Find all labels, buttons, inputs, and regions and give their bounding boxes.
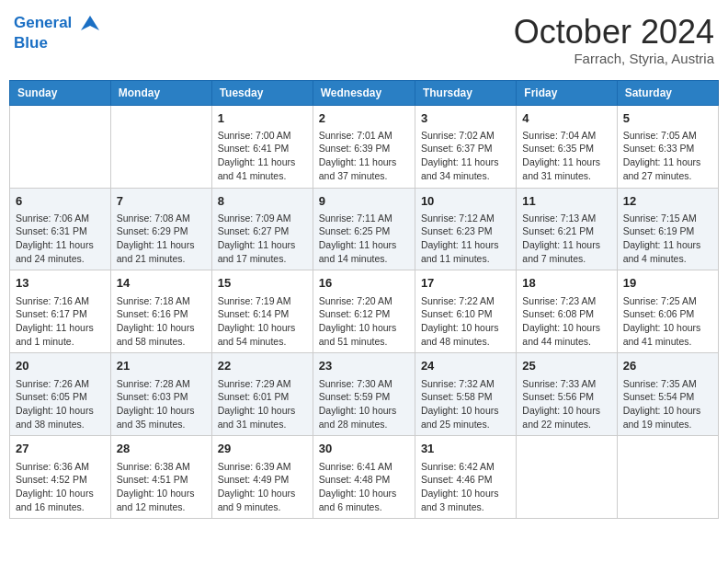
day-number: 30 [319, 441, 409, 457]
calendar-cell: 17Sunrise: 7:22 AMSunset: 6:10 PMDayligh… [415, 270, 516, 353]
day-number: 15 [218, 275, 307, 292]
calendar-cell: 3Sunrise: 7:02 AMSunset: 6:37 PMDaylight… [415, 105, 516, 188]
svg-marker-0 [81, 16, 99, 30]
day-number: 20 [16, 358, 105, 374]
day-number: 25 [522, 358, 610, 374]
calendar-cell: 10Sunrise: 7:12 AMSunset: 6:23 PMDayligh… [415, 188, 516, 270]
calendar-cell [10, 105, 111, 188]
calendar-week-row: 1Sunrise: 7:00 AMSunset: 6:41 PMDaylight… [10, 105, 719, 188]
day-number: 5 [623, 110, 712, 127]
calendar-cell: 5Sunrise: 7:05 AMSunset: 6:33 PMDaylight… [617, 105, 718, 188]
day-number: 16 [319, 275, 409, 292]
calendar-cell: 7Sunrise: 7:08 AMSunset: 6:29 PMDaylight… [110, 188, 211, 270]
header-friday: Friday [517, 80, 617, 105]
calendar-week-row: 20Sunrise: 7:26 AMSunset: 6:05 PMDayligh… [10, 353, 719, 436]
calendar-cell: 4Sunrise: 7:04 AMSunset: 6:35 PMDaylight… [517, 105, 617, 188]
calendar-header-row: SundayMondayTuesdayWednesdayThursdayFrid… [10, 80, 719, 105]
calendar-cell: 29Sunrise: 6:39 AMSunset: 4:49 PMDayligh… [211, 436, 313, 519]
location-title: Farrach, Styria, Austria [514, 51, 714, 66]
calendar-cell: 25Sunrise: 7:33 AMSunset: 5:56 PMDayligh… [517, 353, 617, 436]
day-number: 4 [522, 110, 610, 127]
calendar-cell: 15Sunrise: 7:19 AMSunset: 6:14 PMDayligh… [211, 270, 313, 353]
cell-sun-info: Sunrise: 7:28 AMSunset: 6:03 PMDaylight:… [117, 377, 206, 431]
cell-sun-info: Sunrise: 7:22 AMSunset: 6:10 PMDaylight:… [421, 294, 510, 349]
cell-sun-info: Sunrise: 7:23 AMSunset: 6:08 PMDaylight:… [522, 294, 610, 349]
cell-sun-info: Sunrise: 7:09 AMSunset: 6:27 PMDaylight:… [218, 212, 307, 266]
calendar-cell: 11Sunrise: 7:13 AMSunset: 6:21 PMDayligh… [517, 188, 617, 270]
calendar-cell: 19Sunrise: 7:25 AMSunset: 6:06 PMDayligh… [617, 270, 718, 353]
cell-sun-info: Sunrise: 7:26 AMSunset: 6:05 PMDaylight:… [16, 377, 105, 431]
calendar-cell: 27Sunrise: 6:36 AMSunset: 4:52 PMDayligh… [10, 436, 111, 519]
day-number: 2 [319, 110, 409, 127]
calendar-cell [517, 436, 617, 519]
day-number: 29 [218, 441, 307, 457]
cell-sun-info: Sunrise: 7:32 AMSunset: 5:58 PMDaylight:… [421, 377, 510, 431]
calendar-cell: 14Sunrise: 7:18 AMSunset: 6:16 PMDayligh… [110, 270, 211, 353]
day-number: 12 [623, 193, 712, 210]
cell-sun-info: Sunrise: 7:20 AMSunset: 6:12 PMDaylight:… [319, 294, 409, 349]
calendar-cell [617, 436, 718, 519]
cell-sun-info: Sunrise: 7:05 AMSunset: 6:33 PMDaylight:… [623, 129, 712, 183]
calendar-cell: 24Sunrise: 7:32 AMSunset: 5:58 PMDayligh… [415, 353, 516, 436]
day-number: 8 [218, 193, 307, 210]
logo-text: General [14, 14, 104, 34]
calendar-cell: 26Sunrise: 7:35 AMSunset: 5:54 PMDayligh… [617, 353, 718, 436]
day-number: 14 [117, 275, 206, 292]
cell-sun-info: Sunrise: 7:18 AMSunset: 6:16 PMDaylight:… [117, 294, 206, 349]
calendar-cell: 2Sunrise: 7:01 AMSunset: 6:39 PMDaylight… [313, 105, 415, 188]
cell-sun-info: Sunrise: 7:08 AMSunset: 6:29 PMDaylight:… [117, 212, 206, 266]
cell-sun-info: Sunrise: 6:36 AMSunset: 4:52 PMDaylight:… [16, 460, 105, 514]
day-number: 21 [117, 358, 206, 374]
cell-sun-info: Sunrise: 7:04 AMSunset: 6:35 PMDaylight:… [522, 129, 610, 183]
day-number: 22 [218, 358, 307, 374]
day-number: 13 [16, 275, 105, 292]
calendar-cell: 9Sunrise: 7:11 AMSunset: 6:25 PMDaylight… [313, 188, 415, 270]
logo-blue-text: Blue [14, 34, 104, 52]
calendar-cell: 12Sunrise: 7:15 AMSunset: 6:19 PMDayligh… [617, 188, 718, 270]
cell-sun-info: Sunrise: 7:25 AMSunset: 6:06 PMDaylight:… [623, 294, 712, 349]
cell-sun-info: Sunrise: 7:12 AMSunset: 6:23 PMDaylight:… [421, 212, 510, 266]
title-block: October 2024 Farrach, Styria, Austria [514, 14, 714, 66]
day-number: 27 [16, 441, 105, 457]
cell-sun-info: Sunrise: 7:35 AMSunset: 5:54 PMDaylight:… [623, 377, 712, 431]
day-number: 19 [623, 275, 712, 292]
day-number: 24 [421, 358, 510, 374]
calendar-cell: 18Sunrise: 7:23 AMSunset: 6:08 PMDayligh… [517, 270, 617, 353]
calendar-cell [110, 105, 211, 188]
day-number: 1 [218, 110, 307, 127]
header-wednesday: Wednesday [313, 80, 415, 105]
calendar-cell: 28Sunrise: 6:38 AMSunset: 4:51 PMDayligh… [110, 436, 211, 519]
calendar-cell: 31Sunrise: 6:42 AMSunset: 4:46 PMDayligh… [415, 436, 516, 519]
logo-bird-icon [77, 14, 103, 34]
cell-sun-info: Sunrise: 7:01 AMSunset: 6:39 PMDaylight:… [319, 129, 409, 183]
cell-sun-info: Sunrise: 7:16 AMSunset: 6:17 PMDaylight:… [16, 294, 105, 349]
cell-sun-info: Sunrise: 7:06 AMSunset: 6:31 PMDaylight:… [16, 212, 105, 266]
day-number: 28 [117, 441, 206, 457]
logo: General Blue [14, 14, 104, 52]
day-number: 11 [522, 193, 610, 210]
header-monday: Monday [110, 80, 211, 105]
cell-sun-info: Sunrise: 7:11 AMSunset: 6:25 PMDaylight:… [319, 212, 409, 266]
cell-sun-info: Sunrise: 7:29 AMSunset: 6:01 PMDaylight:… [218, 377, 307, 431]
day-number: 3 [421, 110, 510, 127]
cell-sun-info: Sunrise: 7:19 AMSunset: 6:14 PMDaylight:… [218, 294, 307, 349]
calendar-cell: 13Sunrise: 7:16 AMSunset: 6:17 PMDayligh… [10, 270, 111, 353]
cell-sun-info: Sunrise: 6:42 AMSunset: 4:46 PMDaylight:… [421, 460, 510, 514]
header-thursday: Thursday [415, 80, 516, 105]
cell-sun-info: Sunrise: 6:38 AMSunset: 4:51 PMDaylight:… [117, 460, 206, 514]
day-number: 23 [319, 358, 409, 374]
calendar-table: SundayMondayTuesdayWednesdayThursdayFrid… [9, 80, 719, 520]
calendar-cell: 20Sunrise: 7:26 AMSunset: 6:05 PMDayligh… [10, 353, 111, 436]
cell-sun-info: Sunrise: 7:13 AMSunset: 6:21 PMDaylight:… [522, 212, 610, 266]
header-sunday: Sunday [10, 80, 111, 105]
calendar-cell: 23Sunrise: 7:30 AMSunset: 5:59 PMDayligh… [313, 353, 415, 436]
calendar-cell: 30Sunrise: 6:41 AMSunset: 4:48 PMDayligh… [313, 436, 415, 519]
cell-sun-info: Sunrise: 7:00 AMSunset: 6:41 PMDaylight:… [218, 129, 307, 183]
calendar-cell: 16Sunrise: 7:20 AMSunset: 6:12 PMDayligh… [313, 270, 415, 353]
calendar-cell: 8Sunrise: 7:09 AMSunset: 6:27 PMDaylight… [211, 188, 313, 270]
page-header: General Blue October 2024 Farrach, Styri… [9, 9, 719, 71]
cell-sun-info: Sunrise: 7:02 AMSunset: 6:37 PMDaylight:… [421, 129, 510, 183]
day-number: 9 [319, 193, 409, 210]
calendar-week-row: 27Sunrise: 6:36 AMSunset: 4:52 PMDayligh… [10, 436, 719, 519]
cell-sun-info: Sunrise: 7:30 AMSunset: 5:59 PMDaylight:… [319, 377, 409, 431]
